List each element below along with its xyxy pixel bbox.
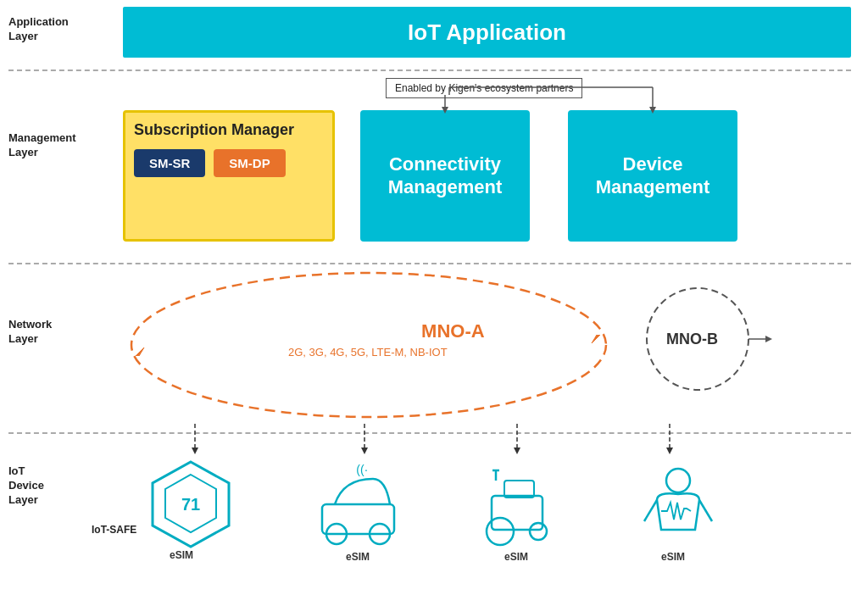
- svg-point-0: [131, 273, 606, 417]
- device-management-title: DeviceManagement: [596, 153, 709, 198]
- esim-chip-icon: 71: [144, 458, 237, 559]
- tractor-icon: [475, 462, 568, 555]
- iot-application-title: IoT Application: [408, 19, 566, 46]
- mno-a-subtitle: 2G, 3G, 4G, 5G, LTE-M, NB-IOT: [288, 346, 448, 359]
- network-layer-label: NetworkLayer: [8, 318, 52, 347]
- subscription-manager-box: Subscription Manager SM-SR SM-DP: [123, 110, 335, 242]
- svg-point-33: [666, 469, 690, 492]
- svg-rect-22: [322, 504, 394, 534]
- separator-1: [8, 69, 851, 71]
- subscription-manager-title: Subscription Manager: [134, 121, 324, 139]
- ecosystem-label: Enabled by Kigen's ecosystem partners: [386, 78, 582, 98]
- svg-text:·: ·: [364, 463, 368, 476]
- device-management-box: DeviceManagement: [568, 110, 737, 242]
- esim-label-2: eSIM: [346, 551, 370, 563]
- esim-label-1: eSIM: [170, 549, 193, 561]
- application-layer-label: ApplicationLayer: [8, 15, 69, 44]
- mno-a-label: MNO-A: [421, 320, 485, 342]
- separator-3: [8, 432, 851, 434]
- svg-point-29: [487, 518, 514, 545]
- separator-2: [8, 263, 851, 264]
- sm-sr-button[interactable]: SM-SR: [134, 149, 205, 177]
- iot-safe-label: IoT-SAFE: [92, 524, 136, 536]
- svg-text:71: 71: [181, 495, 200, 514]
- svg-marker-18: [666, 448, 673, 454]
- iot-device-layer-label: IoTDeviceLayer: [8, 464, 44, 508]
- iot-application-box: IoT Application: [123, 7, 851, 58]
- management-layer-label: ManagementLayer: [8, 131, 75, 160]
- car-icon: (( ·: [314, 462, 407, 555]
- health-icon: [632, 462, 725, 555]
- svg-marker-14: [361, 448, 368, 454]
- connectivity-management-title: ConnectivityManagement: [388, 153, 502, 198]
- diagram: ApplicationLayer ManagementLayer Network…: [0, 0, 868, 606]
- svg-line-34: [644, 500, 657, 521]
- svg-text:((: ((: [356, 463, 364, 476]
- svg-line-35: [699, 500, 712, 521]
- svg-marker-16: [514, 448, 520, 454]
- sm-dp-button[interactable]: SM-DP: [214, 149, 285, 177]
- svg-marker-3: [765, 336, 772, 342]
- esim-label-4: eSIM: [661, 551, 685, 563]
- connectivity-management-box: ConnectivityManagement: [360, 110, 530, 242]
- svg-point-30: [530, 523, 547, 540]
- mno-b-label: MNO-B: [666, 331, 718, 348]
- svg-marker-12: [192, 448, 198, 454]
- esim-label-3: eSIM: [504, 551, 528, 563]
